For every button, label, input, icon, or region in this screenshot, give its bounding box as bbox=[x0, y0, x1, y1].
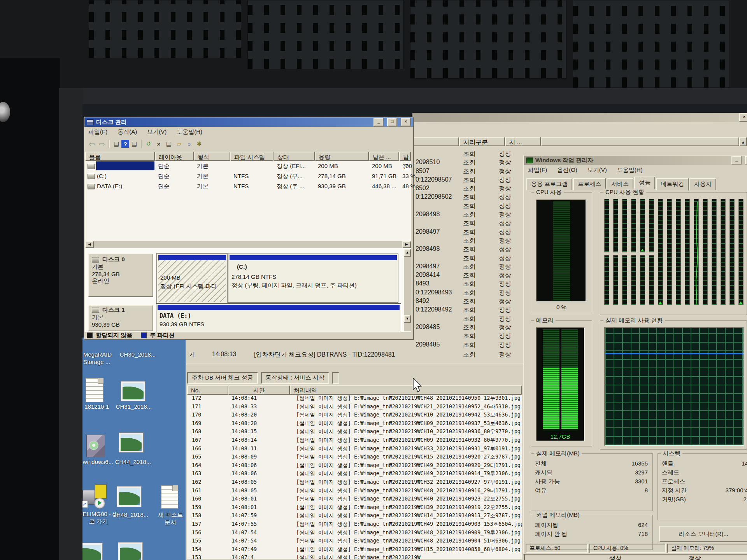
scroll-up-icon[interactable]: ▲ bbox=[739, 137, 747, 146]
log-row[interactable]: 155 14:07:54 [썸네일 이미지 생성] E:₩image_tn₩20… bbox=[187, 537, 522, 546]
tab-users[interactable]: 사용자 bbox=[689, 178, 716, 191]
log-row[interactable]: 167 14:08:14 [썸네일 이미지 생성] E:₩image_tn₩20… bbox=[187, 437, 522, 445]
cms-column-status[interactable]: 처 ... bbox=[505, 137, 541, 146]
log-row[interactable]: 170 14:08:20 [썸네일 이미지 생성] E:₩image_tn₩20… bbox=[187, 411, 522, 420]
column-free-pct[interactable]: 남은 bbox=[399, 152, 411, 161]
console-tree-icon[interactable]: ▤ bbox=[129, 139, 139, 149]
menu-action[interactable]: 동작(A) bbox=[117, 128, 137, 136]
task-manager-title-bar[interactable]: Windows 작업 관리자 _ □ bbox=[524, 156, 747, 165]
image-thumbnail-icon[interactable] bbox=[82, 543, 103, 560]
image-thumbnail-icon[interactable] bbox=[117, 486, 142, 507]
image-thumbnail-icon[interactable] bbox=[121, 381, 146, 401]
tab-networking[interactable]: 네트워킹 bbox=[656, 178, 689, 191]
cms-column-action[interactable]: 처리구분 bbox=[459, 137, 505, 146]
log-row[interactable]: 157 14:07:55 [썸네일 이미지 생성] E:₩image_tn₩20… bbox=[187, 521, 522, 529]
installer-icon[interactable] bbox=[86, 435, 105, 457]
volume-row-c[interactable]: (C:) 단순 기본 NTFS 정상 (부... 278,14 GB 91,71… bbox=[85, 171, 411, 181]
scroll-down-icon[interactable]: ▼ bbox=[404, 315, 411, 323]
log-row[interactable]: 158 14:07:59 [썸네일 이미지 생성] E:₩image_tn₩20… bbox=[187, 512, 522, 521]
open-folder-icon[interactable]: ▱ bbox=[174, 139, 184, 149]
document-icon[interactable] bbox=[86, 378, 103, 402]
log-row[interactable]: 156 14:07:54 [썸네일 이미지 생성] E:₩image_tn₩20… bbox=[187, 529, 522, 538]
log-column-time[interactable]: 시간 bbox=[228, 385, 290, 395]
partition-c[interactable]: (C:) 278,14 GB NTFS 정상 (부팅, 페이지 파일, 크래시 … bbox=[228, 254, 398, 303]
minimize-icon[interactable]: _ bbox=[374, 118, 384, 126]
column-layout[interactable]: 레이아웃 bbox=[155, 152, 194, 161]
log-row[interactable]: 154 14:07:49 [썸네일 이미지 생성] E:₩image_tn₩20… bbox=[187, 546, 522, 555]
properties-icon[interactable]: ▤ bbox=[164, 139, 174, 149]
log-column-no[interactable]: No. bbox=[187, 385, 228, 395]
log-row[interactable]: 160 14:08:01 [썸네일 이미지 생성] E:₩image_tn₩20… bbox=[187, 495, 522, 504]
desktop-icon-label[interactable]: windows6... bbox=[82, 458, 117, 466]
desktop-icon-label[interactable]: CH31_2018... bbox=[114, 403, 153, 410]
scroll-right-icon[interactable]: ▶ bbox=[402, 241, 411, 248]
horizontal-scrollbar[interactable]: ◀ ▶ bbox=[85, 241, 411, 248]
vertical-scrollbar[interactable]: ▲ ▼ bbox=[404, 249, 411, 331]
log-column-detail[interactable]: 처리내역 bbox=[290, 385, 522, 395]
column-type[interactable]: 형식 bbox=[194, 152, 230, 161]
minimize-icon[interactable]: _ bbox=[731, 156, 742, 164]
close-icon[interactable]: × bbox=[401, 118, 411, 126]
column-free[interactable]: 남은 ... bbox=[369, 152, 399, 161]
cms-column-blank[interactable] bbox=[412, 137, 459, 146]
menu-view[interactable]: 보기(V) bbox=[147, 128, 167, 136]
log-row[interactable]: 153 14:07:4 [썸네일 이미지 생성] E:₩image_tn₩202… bbox=[187, 554, 522, 559]
desktop-icon-label[interactable]: CH48_2018... bbox=[111, 511, 149, 518]
desktop-icon-label[interactable]: 181210-1 bbox=[82, 403, 114, 410]
column-status[interactable]: 상태 bbox=[274, 152, 315, 161]
scroll-up-icon[interactable]: ▲ bbox=[404, 249, 411, 257]
log-row[interactable]: 161 14:08:05 [썸네일 이미지 생성] E:₩image_tn₩20… bbox=[187, 487, 522, 496]
menu-file[interactable]: 파일(F) bbox=[88, 128, 107, 136]
log-row[interactable]: 159 14:08:01 [썸네일 이미지 생성] E:₩image_tn₩20… bbox=[187, 504, 522, 513]
log-row[interactable]: 169 14:08:20 [썸네일 이미지 생성] E:₩image_tn₩20… bbox=[187, 420, 522, 429]
log-row[interactable]: 164 14:08:06 [썸네일 이미지 생성] E:₩image_tn₩20… bbox=[187, 462, 522, 471]
menu-view[interactable]: 보기(V) bbox=[587, 166, 607, 174]
log-row[interactable]: 172 14:08:41 [썸네일 이미지 생성] E:₩image_tn₩20… bbox=[187, 395, 522, 403]
volume-row-efi[interactable]: 단순 기본 정상 (EFI... 200 MB 200 MB 100 bbox=[85, 161, 411, 171]
desktop-icon-label[interactable]: CH44_2018... bbox=[113, 458, 153, 466]
forward-icon[interactable]: ⇨ bbox=[97, 139, 107, 149]
delimg-shortcut-icon[interactable]: ↗ bbox=[82, 484, 107, 509]
image-thumbnail-icon[interactable] bbox=[119, 432, 144, 453]
column-capacity[interactable]: 용량 bbox=[315, 152, 369, 161]
column-filesystem[interactable]: 파일 시스템 bbox=[230, 152, 274, 161]
desktop-icon-label[interactable]: 새 텍스트 문서 bbox=[155, 511, 186, 526]
log-row[interactable]: 171 14:08:33 [썸네일 이미지 생성] E:₩image_tn₩20… bbox=[187, 403, 522, 412]
volume-row-data[interactable]: DATA (E:) 단순 기본 NTFS 정상 (주 ... 930,39 GB… bbox=[85, 181, 411, 191]
close-icon[interactable]: × bbox=[739, 113, 747, 122]
log-row[interactable]: 166 14:08:11 [썸네일 이미지 생성] E:₩image_tn₩20… bbox=[187, 445, 522, 454]
delete-icon[interactable]: × bbox=[154, 139, 164, 149]
menu-file[interactable]: 파일(F) bbox=[528, 166, 547, 174]
log-row[interactable]: 168 14:08:15 [썸네일 이미지 생성] E:₩image_tn₩20… bbox=[187, 428, 522, 437]
menu-options[interactable]: 옵션(O) bbox=[557, 166, 577, 174]
menu-help[interactable]: 도움말(H) bbox=[177, 128, 202, 136]
refresh-icon[interactable]: ↺ bbox=[144, 139, 154, 149]
column-volume[interactable]: 볼륨 bbox=[85, 152, 155, 161]
console-window-icon[interactable]: ▤ bbox=[111, 139, 121, 149]
disk1-info-box[interactable]: 디스크 1 기본 930,39 GB bbox=[88, 305, 153, 331]
menu-help[interactable]: 도움말(H) bbox=[617, 166, 643, 174]
desktop-icon-label[interactable]: MegaRAID Storage ... bbox=[82, 351, 122, 366]
tab-performance[interactable]: 성능 bbox=[634, 177, 655, 190]
desktop-icon-label[interactable]: CH30_2018... bbox=[118, 351, 157, 358]
tab-processes[interactable]: 프로세스 bbox=[573, 178, 606, 191]
log-list[interactable]: 172 14:08:41 [썸네일 이미지 생성] E:₩image_tn₩20… bbox=[187, 395, 522, 559]
search-icon[interactable]: ○ bbox=[184, 139, 194, 149]
maximize-icon[interactable]: □ bbox=[745, 156, 747, 164]
resource-monitor-button[interactable]: 리소스 모니터(R)... bbox=[659, 526, 747, 542]
partition-data[interactable]: DATA (E:) 930,39 GB NTFS bbox=[156, 303, 401, 332]
partition-efi[interactable]: 200 MB 정상 (EFI 시스템 파티 bbox=[156, 253, 228, 304]
cms-title-bar[interactable]: × bbox=[412, 113, 747, 122]
disk0-info-box[interactable]: 디스크 0 기본 278,34 GB 온라인 bbox=[88, 254, 153, 297]
image-thumbnail-icon[interactable] bbox=[118, 542, 143, 560]
maximize-icon[interactable]: □ bbox=[387, 118, 397, 126]
help-icon[interactable]: ? bbox=[121, 140, 129, 148]
log-row[interactable]: 162 14:08:05 [썸네일 이미지 생성] E:₩image_tn₩20… bbox=[187, 479, 522, 487]
log-row[interactable]: 163 14:08:06 [썸네일 이미지 생성] E:₩image_tn₩20… bbox=[187, 470, 522, 479]
disk-mgmt-title-bar[interactable]: 디스크 관리 _ □ × bbox=[84, 117, 413, 127]
scroll-left-icon[interactable]: ◀ bbox=[85, 241, 94, 248]
manage-icon[interactable]: ✱ bbox=[194, 139, 204, 149]
back-icon[interactable]: ⇦ bbox=[87, 139, 97, 149]
log-row[interactable]: 165 14:08:09 [썸네일 이미지 생성] E:₩image_tn₩20… bbox=[187, 453, 522, 462]
text-document-icon[interactable] bbox=[161, 485, 178, 509]
